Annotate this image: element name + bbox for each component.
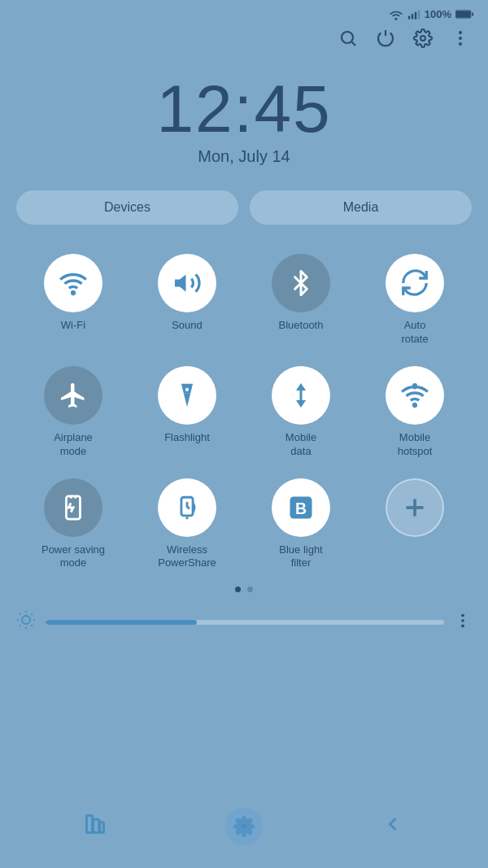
svg-point-10 bbox=[342, 32, 353, 43]
wifi-tile-label: Wi-Fi bbox=[61, 319, 85, 333]
svg-point-12 bbox=[420, 36, 425, 41]
tab-devices[interactable]: Devices bbox=[16, 190, 238, 225]
svg-text:B: B bbox=[295, 499, 307, 517]
svg-point-16 bbox=[72, 292, 75, 294]
svg-rect-4 bbox=[418, 10, 420, 19]
battery-text: 100% bbox=[425, 8, 451, 20]
svg-point-14 bbox=[459, 37, 462, 40]
top-actions bbox=[0, 24, 488, 61]
tile-flashlight[interactable]: Flashlight bbox=[130, 358, 244, 470]
svg-point-15 bbox=[459, 42, 462, 46]
back-icon[interactable] bbox=[381, 813, 404, 841]
signal-bars-icon bbox=[407, 9, 420, 20]
mobiledata-tile-icon bbox=[272, 366, 330, 425]
brightness-fill bbox=[46, 620, 197, 625]
bluelight-tile-label: Blue lightfilter bbox=[279, 543, 322, 571]
flashlight-tile-label: Flashlight bbox=[164, 431, 210, 445]
tile-mobiledata[interactable]: Mobiledata bbox=[244, 358, 358, 470]
svg-point-43 bbox=[241, 823, 247, 830]
brightness-bar[interactable] bbox=[46, 620, 444, 625]
tile-wifi[interactable]: Wi-Fi bbox=[16, 246, 130, 358]
quick-tiles: Wi-Fi Sound Bluetooth bbox=[0, 233, 488, 582]
powersaving-tile-label: Power savingmode bbox=[41, 543, 105, 571]
more-icon[interactable] bbox=[451, 28, 470, 53]
tile-sound[interactable]: Sound bbox=[130, 246, 244, 358]
powersaving-tile-icon bbox=[44, 478, 102, 537]
svg-point-39 bbox=[461, 624, 464, 627]
autorotate-tile-icon bbox=[386, 254, 444, 312]
tile-powersaving[interactable]: Power savingmode bbox=[16, 470, 130, 582]
tile-bluetooth[interactable]: Bluetooth bbox=[244, 246, 358, 358]
svg-rect-21 bbox=[412, 383, 417, 390]
mobiledata-tile-label: Mobiledata bbox=[285, 431, 316, 459]
svg-point-28 bbox=[22, 616, 30, 624]
settings-icon[interactable] bbox=[413, 28, 433, 53]
bottom-nav bbox=[0, 793, 488, 868]
svg-rect-1 bbox=[408, 15, 410, 19]
tile-hotspot[interactable]: Mobilehotspot bbox=[358, 358, 472, 470]
page-dots bbox=[0, 582, 488, 595]
wifi-signal-icon bbox=[389, 9, 403, 20]
svg-rect-3 bbox=[415, 11, 416, 19]
tab-media[interactable]: Media bbox=[250, 190, 472, 225]
svg-point-0 bbox=[394, 17, 397, 20]
brightness-more-icon[interactable] bbox=[454, 612, 472, 634]
status-bar: 100% bbox=[0, 0, 488, 24]
tile-bluelight[interactable]: B Blue lightfilter bbox=[244, 470, 358, 582]
autorotate-tile-label: Autorotate bbox=[401, 319, 428, 347]
sound-tile-label: Sound bbox=[172, 319, 203, 333]
recents-icon[interactable] bbox=[84, 813, 107, 841]
tile-autorotate[interactable]: Autorotate bbox=[358, 246, 472, 358]
dot-1 bbox=[235, 587, 241, 592]
svg-line-11 bbox=[352, 42, 356, 46]
clock-time: 12:45 bbox=[0, 76, 488, 142]
svg-rect-2 bbox=[412, 14, 413, 19]
svg-rect-40 bbox=[87, 815, 93, 832]
brightness-icon bbox=[16, 610, 36, 635]
clock-date: Mon, July 14 bbox=[0, 147, 488, 166]
sound-tile-icon bbox=[158, 254, 216, 312]
add-tile-icon bbox=[386, 478, 444, 537]
svg-point-13 bbox=[459, 31, 462, 34]
dot-2 bbox=[247, 587, 253, 592]
tile-airplane[interactable]: Airplanemode bbox=[16, 358, 130, 470]
battery-icon bbox=[455, 9, 473, 20]
home-icon[interactable] bbox=[225, 808, 263, 845]
wireless-tile-icon bbox=[158, 478, 216, 537]
hotspot-tile-icon bbox=[386, 366, 444, 425]
svg-rect-9 bbox=[472, 12, 473, 16]
svg-line-32 bbox=[31, 626, 32, 626]
svg-line-36 bbox=[31, 614, 32, 615]
bluetooth-tile-icon bbox=[272, 254, 330, 312]
wireless-tile-label: WirelessPowerShare bbox=[158, 543, 216, 571]
flashlight-tile-icon bbox=[158, 366, 216, 425]
wifi-tile-icon bbox=[44, 254, 102, 312]
svg-marker-17 bbox=[175, 275, 186, 292]
svg-point-38 bbox=[461, 619, 464, 622]
svg-rect-8 bbox=[456, 11, 470, 17]
svg-rect-42 bbox=[100, 822, 104, 832]
svg-point-20 bbox=[414, 403, 416, 406]
tile-wireless[interactable]: WirelessPowerShare bbox=[130, 470, 244, 582]
tab-row: Devices Media bbox=[0, 174, 488, 233]
svg-line-35 bbox=[20, 626, 20, 626]
svg-point-18 bbox=[185, 388, 189, 391]
bluetooth-tile-label: Bluetooth bbox=[279, 319, 324, 333]
airplane-tile-label: Airplanemode bbox=[54, 431, 93, 459]
brightness-row bbox=[0, 595, 488, 643]
power-icon[interactable] bbox=[376, 28, 395, 53]
svg-line-31 bbox=[20, 614, 20, 615]
search-icon[interactable] bbox=[338, 28, 358, 53]
svg-rect-41 bbox=[94, 819, 99, 832]
svg-rect-19 bbox=[300, 390, 303, 400]
tile-add[interactable] bbox=[358, 470, 472, 582]
clock-section: 12:45 Mon, July 14 bbox=[0, 61, 488, 174]
bluelight-tile-icon: B bbox=[272, 478, 330, 537]
svg-point-37 bbox=[461, 614, 464, 617]
hotspot-tile-label: Mobilehotspot bbox=[398, 431, 433, 459]
airplane-tile-icon bbox=[44, 366, 102, 425]
